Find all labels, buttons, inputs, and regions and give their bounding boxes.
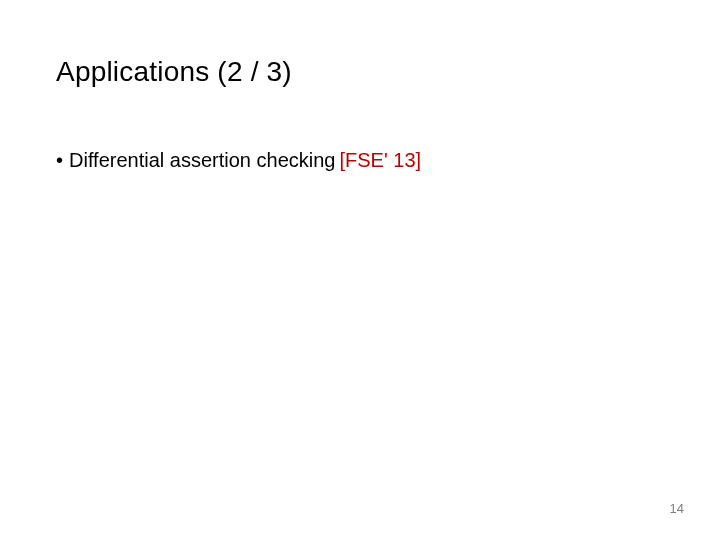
slide-container: Applications (2 / 3) • Differential asse… [0, 0, 720, 540]
page-number: 14 [670, 501, 684, 516]
bullet-text: Differential assertion checking [69, 146, 335, 174]
slide-title: Applications (2 / 3) [56, 56, 664, 88]
bullet-citation: [FSE' 13] [339, 146, 421, 174]
bullet-marker: • [56, 146, 63, 174]
bullet-item: • Differential assertion checking [FSE' … [56, 146, 664, 174]
